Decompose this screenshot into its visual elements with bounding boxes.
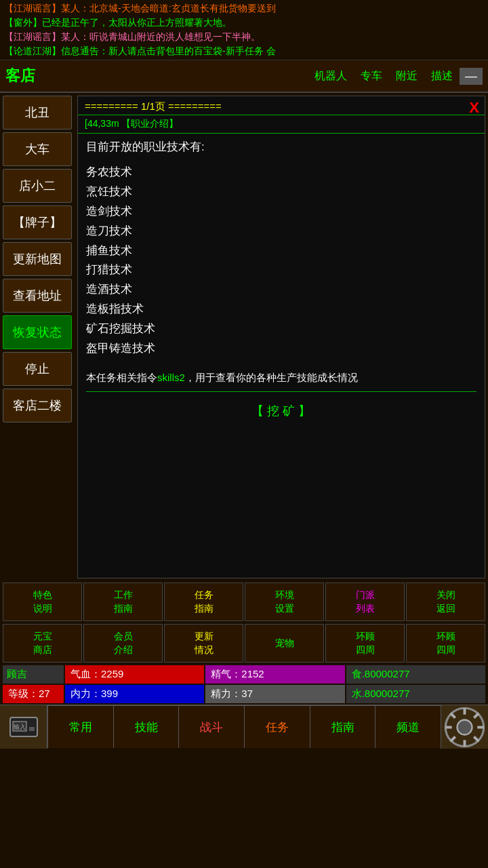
svg-rect-2: [29, 727, 35, 731]
location-title: 客店: [5, 66, 308, 86]
nav-combat[interactable]: 战斗: [178, 706, 244, 748]
action-buttons-row2: 元宝 商店 会员 介绍 更新 情况 宠物 环顾 四周 环顾 四周: [0, 623, 488, 664]
svg-point-5: [458, 719, 472, 734]
dialog-header: ========= 1/1页 =========: [78, 96, 485, 115]
btn-env-settings[interactable]: 环境 设置: [245, 583, 324, 621]
inner-bar: 内力：399: [65, 685, 204, 703]
bottom-nav-items: 常用 技能 战斗 任务 指南 频道: [47, 706, 441, 748]
msg-3: 【江湖谣言】某人：听说青城山附近的洪人雄想见一下半神。: [4, 30, 484, 44]
dialog-box: ========= 1/1页 ========= [44,33m 【职业介绍】 …: [77, 96, 485, 578]
food-bar: 食.80000277: [346, 665, 485, 684]
skill-9: 矿石挖掘技术: [86, 319, 476, 339]
str-bar: 精力：37: [205, 685, 344, 703]
skill-5: 捕鱼技术: [86, 241, 476, 261]
nav-skills[interactable]: 技能: [113, 706, 179, 748]
minimize-button[interactable]: —: [460, 68, 483, 85]
message-bar: 【江湖谣言】某人：北京城-天地会暗道:玄贞道长有批货物要送到 【窗外】已经是正午…: [0, 0, 488, 60]
character-name: 顾吉: [3, 665, 64, 684]
describe-button[interactable]: 描述: [424, 66, 460, 86]
skill-3: 造剑技术: [86, 202, 476, 222]
skill-4: 造刀技术: [86, 222, 476, 241]
nav-tasks[interactable]: 任务: [244, 706, 310, 748]
main-layout: 北丑 大车 店小二 【牌子】 更新地图 查看地址 恢复状态 停止 客店二楼 ==…: [0, 93, 488, 581]
skill-1: 务农技术: [86, 163, 476, 182]
skill-10: 盔甲铸造技术: [86, 339, 476, 359]
msg-4: 【论道江湖】信息通告：新人请点击背包里的百宝袋-新手任务 会: [4, 44, 484, 58]
dialog-action-button[interactable]: 【 挖 矿 】: [86, 397, 476, 426]
msg-1: 【江湖谣言】某人：北京城-天地会暗道:玄贞道长有批货物要送到: [4, 1, 484, 16]
sidebar-dache[interactable]: 大车: [3, 132, 72, 166]
btn-feature-desc[interactable]: 特色 说明: [3, 583, 82, 621]
nav-guide[interactable]: 指南: [310, 706, 375, 748]
taxi-button[interactable]: 专车: [354, 66, 389, 86]
sidebar: 北丑 大车 店小二 【牌子】 更新地图 查看地址 恢复状态 停止 客店二楼: [0, 93, 75, 581]
btn-pets[interactable]: 宠物: [245, 624, 324, 663]
skills-title: 目前开放的职业技术有:: [86, 139, 476, 155]
sidebar-update-map[interactable]: 更新地图: [3, 242, 72, 276]
task-text-before: 本任务相关指令: [86, 372, 157, 383]
btn-update-status[interactable]: 更新 情况: [164, 624, 243, 663]
sidebar-restore-status[interactable]: 恢复状态: [3, 315, 72, 349]
input-icon[interactable]: 输入: [0, 705, 47, 749]
status-area: 顾吉 气血：2259 精气：2152 食.80000277 等级：27 内力：3…: [0, 664, 488, 705]
btn-member-intro[interactable]: 会员 介绍: [83, 624, 163, 663]
settings-button[interactable]: [441, 705, 488, 749]
action-buttons-row1: 特色 说明 工作 指南 任务 指南 环境 设置 门派 列表 关闭 返回: [0, 581, 488, 623]
dialog-divider: [86, 391, 476, 392]
task-text-after: ，用于查看你的各种生产技能成长情况: [185, 372, 358, 383]
sidebar-second-floor[interactable]: 客店二楼: [3, 389, 72, 422]
skill-7: 造酒技术: [86, 280, 476, 300]
status-row2: 等级：27 内力：399 精力：37 水.80000277: [3, 685, 485, 703]
sidebar-view-address[interactable]: 查看地址: [3, 279, 72, 313]
skill-8: 造板指技术: [86, 300, 476, 319]
nav-channel[interactable]: 频道: [375, 706, 441, 748]
nearby-button[interactable]: 附近: [389, 66, 424, 86]
btn-close-return[interactable]: 关闭 返回: [406, 583, 485, 621]
sidebar-paizi[interactable]: 【牌子】: [3, 205, 72, 239]
bottom-nav: 输入 常用 技能 战斗 任务 指南 频道: [0, 705, 488, 748]
dialog-subheader: [44,33m 【职业介绍】: [78, 115, 485, 134]
sidebar-beichou[interactable]: 北丑: [3, 96, 72, 130]
btn-look-around-1[interactable]: 环顾 四周: [325, 624, 405, 663]
btn-look-around-2[interactable]: 环顾 四周: [406, 624, 485, 663]
sidebar-dianxiaoer[interactable]: 店小二: [3, 169, 72, 203]
btn-faction-list[interactable]: 门派 列表: [325, 583, 405, 621]
robot-button[interactable]: 机器人: [308, 66, 354, 86]
water-bar: 水.80000277: [346, 685, 485, 703]
skill-6: 打猎技术: [86, 260, 476, 280]
skill-2: 烹饪技术: [86, 182, 476, 202]
dialog-content: 目前开放的职业技术有: 务农技术 烹饪技术 造剑技术 造刀技术 捕鱼技术 打猎技…: [78, 134, 485, 578]
sidebar-stop[interactable]: 停止: [3, 352, 72, 386]
btn-work-guide[interactable]: 工作 指南: [83, 583, 163, 621]
status-row1: 顾吉 气血：2259 精气：2152 食.80000277: [3, 665, 485, 684]
task-description: 本任务相关指令skills2，用于查看你的各种生产技能成长情况: [86, 370, 476, 386]
dialog-close-button[interactable]: X: [469, 99, 479, 117]
btn-task-guide[interactable]: 任务 指南: [164, 583, 243, 621]
top-nav: 客店 机器人 专车 附近 描述 —: [0, 60, 488, 93]
level-bar: 等级：27: [3, 685, 64, 703]
hp-bar: 气血：2259: [65, 665, 204, 684]
mp-bar: 精气：2152: [205, 665, 344, 684]
msg-2: 【窗外】已经是正午了，太阳从你正上方照耀著大地。: [4, 16, 484, 30]
nav-common[interactable]: 常用: [47, 706, 113, 748]
skills-list: 务农技术 烹饪技术 造剑技术 造刀技术 捕鱼技术 打猎技术 造酒技术 造板指技术…: [86, 163, 476, 359]
btn-yuanbao-shop[interactable]: 元宝 商店: [3, 624, 82, 663]
svg-text:输入: 输入: [14, 724, 26, 730]
task-cmd: skills2: [157, 372, 185, 383]
